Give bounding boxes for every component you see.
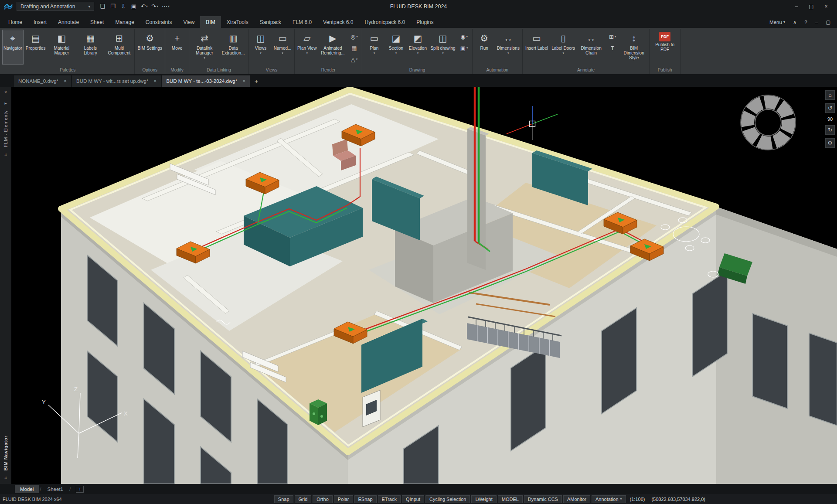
tab-manage[interactable]: Manage <box>109 16 140 28</box>
section-button[interactable]: ◪Section▾ <box>385 30 406 65</box>
ribbon-group-modify: +MoveModify <box>165 29 189 74</box>
save-icon[interactable]: ▣ <box>129 2 139 11</box>
quick-access-toolbar: ❏❐⇩▣↶▾↷▾⋯▾ <box>98 2 171 11</box>
dimensions-button[interactable]: ↔Dimensions▾ <box>496 30 521 65</box>
tab-bim[interactable]: BIM <box>200 16 221 28</box>
bim-settings-button[interactable]: ⚙BIM Settings <box>136 30 163 65</box>
tab-plugins[interactable]: Plugins <box>411 16 439 28</box>
label-doors-button[interactable]: ▯Label Doors▾ <box>550 30 576 65</box>
sheet-tab-model[interactable]: Model <box>15 485 39 493</box>
close-icon[interactable]: × <box>64 78 67 84</box>
new-document-tab-button[interactable]: + <box>251 75 262 87</box>
render-light-button[interactable]: △▾ <box>347 54 361 65</box>
toggle-snap[interactable]: Snap <box>274 495 293 503</box>
viewport[interactable]: Y X Z ⌂↺90↻⚙ <box>11 87 837 484</box>
elevation-button[interactable]: ◩Elevation▾ <box>407 30 428 65</box>
annotation-scale-dropdown[interactable]: Annotation▾ <box>592 495 626 503</box>
camera-button[interactable]: ◉▾ <box>458 31 471 42</box>
multi-component-button[interactable]: ⊞Multi Component <box>105 30 133 65</box>
tab-hydronicpack-6-0[interactable]: Hydronicpack 6.0 <box>359 16 411 28</box>
document-tab[interactable]: BUD M WY - wit...rs set up.dwg*× <box>72 75 161 87</box>
panel-maximize-icon[interactable]: ▢ <box>823 19 834 25</box>
animated-rendering-button[interactable]: ▶Animated Rendering... <box>319 30 347 65</box>
import-icon: ⇩ <box>121 3 126 10</box>
tab-insert[interactable]: Insert <box>28 16 52 28</box>
tab-sheet[interactable]: Sheet <box>85 16 109 28</box>
toggle-lweight[interactable]: LWeight <box>471 495 496 503</box>
workspace-selector[interactable]: Drafting and Annotation ▾ <box>17 2 94 11</box>
toggle-polar[interactable]: Polar <box>334 495 353 503</box>
tab-view[interactable]: View <box>178 16 201 28</box>
more-commands-icon[interactable]: ⋯▾ <box>160 2 171 11</box>
tab-flm-6-0[interactable]: FLM 6.0 <box>287 16 317 28</box>
tab-xtratools[interactable]: XtraTools <box>221 16 254 28</box>
tab-constraints[interactable]: Constraints <box>140 16 178 28</box>
new-file-icon[interactable]: ❏ <box>98 2 107 11</box>
tab-ventpack-6-0[interactable]: Ventpack 6.0 <box>317 16 359 28</box>
toggle-qinput[interactable]: QInput <box>402 495 424 503</box>
close-icon[interactable]: × <box>2 89 10 95</box>
publish-to-pdf-button[interactable]: PDFPublish to PDF <box>651 30 679 65</box>
annotation-edit-button[interactable]: T <box>606 43 619 53</box>
tab-annotate[interactable]: Annotate <box>52 16 85 28</box>
dimension-chain-button[interactable]: ↔Dimension Chain <box>577 30 605 65</box>
document-tab[interactable]: NONAME_0.dwg*× <box>14 75 71 87</box>
data-extraction-button[interactable]: ▥Data Extraction... <box>219 30 247 65</box>
rotate-ccw-button[interactable]: ↺ <box>825 103 835 113</box>
menu-button[interactable]: Menu ▾ <box>766 20 788 25</box>
labels-library-button[interactable]: ▦Labels Library <box>76 30 104 65</box>
tab-home[interactable]: Home <box>3 16 28 28</box>
palette-grid-icon[interactable]: ⌗ <box>2 474 10 481</box>
render-mode-button[interactable]: ◎▾ <box>347 31 361 42</box>
toggle-etrack[interactable]: ETrack <box>378 495 401 503</box>
detail-view-button[interactable]: ▣▾ <box>458 43 471 53</box>
toggle-model[interactable]: MODEL <box>498 495 523 503</box>
toggle-cycling-selection[interactable]: Cycling Selection <box>425 495 470 503</box>
panel-tab-flm-elementy[interactable]: FLM - Elementy <box>3 110 8 147</box>
close-icon[interactable]: × <box>242 78 245 84</box>
annotation-scale-button[interactable]: ⊞▾ <box>606 31 619 42</box>
open-file-icon[interactable]: ❐ <box>108 2 118 11</box>
add-sheet-button[interactable]: + <box>76 486 84 493</box>
panel-tab-bim-navigator[interactable]: BIM Navigator <box>3 436 8 470</box>
bim-dimension-style-button[interactable]: ↕BIM Dimension Style <box>620 30 648 65</box>
split-drawing-button[interactable]: ◫Split drawing▾ <box>429 30 456 65</box>
rotate-cw-button[interactable]: ↻ <box>825 125 835 135</box>
navigation-wheel[interactable] <box>738 92 799 153</box>
document-tab[interactable]: BUD M WY - te...-03-2024.dwg*× <box>162 75 250 87</box>
maximize-icon[interactable]: ▢ <box>804 0 819 12</box>
render-material-button[interactable]: ▦ <box>347 43 361 53</box>
collapse-ribbon-icon[interactable]: ∧ <box>790 19 800 25</box>
views-button[interactable]: ◫Views▾ <box>250 30 271 65</box>
close-icon[interactable]: × <box>153 78 157 84</box>
datalink-manager-button[interactable]: ⇄Datalink Manager▾ <box>191 30 218 65</box>
named-button[interactable]: ▭Named...▾ <box>272 30 293 65</box>
insert-label-button[interactable]: ▭Insert Label <box>524 30 549 65</box>
close-icon[interactable]: × <box>819 0 834 12</box>
toggle-ortho[interactable]: Ortho <box>313 495 333 503</box>
gear-button[interactable]: ⚙ <box>825 138 835 148</box>
import-icon[interactable]: ⇩ <box>119 2 128 11</box>
undo-icon[interactable]: ↶▾ <box>140 2 149 11</box>
properties-button[interactable]: ▤Properties <box>24 30 47 65</box>
redo-icon[interactable]: ↷▾ <box>150 2 160 11</box>
sheet-tab-sheet1[interactable]: Sheet1 <box>42 485 68 493</box>
home-button[interactable]: ⌂ <box>825 90 835 100</box>
help-icon[interactable]: ? <box>801 20 810 25</box>
material-mapper-button[interactable]: ◧Material Mapper <box>48 30 75 65</box>
minimize-icon[interactable]: – <box>789 0 804 12</box>
palette-grid-icon[interactable]: ⌗ <box>2 151 10 158</box>
pin-icon[interactable]: ▸ <box>2 99 10 106</box>
run-button[interactable]: ⚙Run <box>474 30 495 65</box>
toggle-esnap[interactable]: ESnap <box>354 495 377 503</box>
tab-sanipack[interactable]: Sanipack <box>254 16 287 28</box>
plan-view-button[interactable]: ▱Plan View▾ <box>296 30 318 65</box>
toggle-dynamic-ccs[interactable]: Dynamic CCS <box>524 495 562 503</box>
toggle-amonitor[interactable]: AMonitor <box>563 495 590 503</box>
toggle-grid[interactable]: Grid <box>295 495 312 503</box>
plan-button[interactable]: ▭Plan▾ <box>364 30 384 65</box>
move-button[interactable]: +Move <box>167 30 187 65</box>
ribbon-group-label: Options <box>136 66 163 74</box>
panel-minimize-icon[interactable]: – <box>812 20 821 25</box>
navigator-button[interactable]: ⌖Navigator <box>2 30 24 65</box>
